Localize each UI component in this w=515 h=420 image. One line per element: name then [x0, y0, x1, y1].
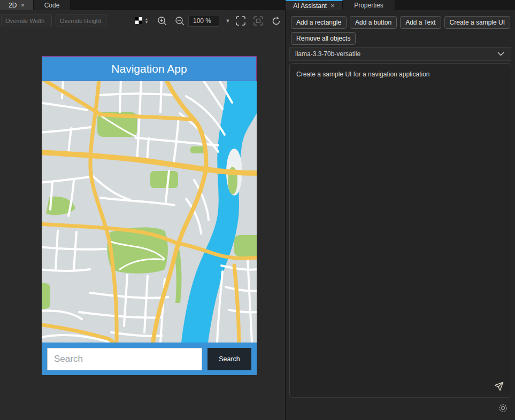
mockup-search-bar[interactable]: Search	[42, 343, 257, 375]
send-icon	[494, 381, 504, 392]
model-select[interactable]: llama-3.3-70b-versatile	[289, 47, 511, 61]
spinner-down-icon[interactable]: ▼	[145, 21, 149, 24]
left-tab-bar: 2D × Code	[0, 0, 285, 10]
add-text-button[interactable]: Add a Text	[400, 16, 441, 29]
add-button-button[interactable]: Add a button	[350, 16, 397, 29]
model-select-value: llama-3.3-70b-versatile	[295, 50, 360, 58]
settings-button[interactable]	[497, 402, 509, 414]
tab-2d-label: 2D	[9, 2, 17, 9]
prompt-textarea[interactable]: Create a sample UI for a navigation appl…	[289, 63, 511, 398]
tab-properties-label: Properties	[354, 2, 383, 9]
zoom-to-selection-icon	[252, 15, 264, 27]
override-height-input[interactable]	[56, 14, 106, 27]
send-button[interactable]	[493, 380, 505, 393]
mockup-title: Navigation App	[111, 63, 187, 75]
zoom-dropdown-arrow-icon[interactable]: ▼	[222, 15, 234, 27]
prompt-text: Create a sample UI for a navigation appl…	[296, 71, 504, 78]
tab-code-label: Code	[44, 2, 60, 9]
tab-ai-assistant-close-icon[interactable]: ×	[330, 2, 335, 9]
mockup-search-input[interactable]	[47, 348, 202, 370]
gear-icon	[498, 403, 508, 413]
create-sample-ui-button[interactable]: Create a sample UI	[444, 16, 510, 29]
tab-code[interactable]: Code	[34, 0, 71, 10]
canvas-toolbar: ▲ ▼ ▼	[0, 10, 285, 30]
zoom-in-icon[interactable]	[156, 15, 168, 27]
assistant-action-buttons: Add a rectangle Add a button Add a Text …	[291, 16, 511, 45]
map-image[interactable]	[42, 81, 257, 343]
tab-ai-assistant[interactable]: AI Assistant ×	[286, 0, 343, 10]
refresh-icon[interactable]	[270, 15, 282, 27]
ai-assistant-panel: Add a rectangle Add a button Add a Text …	[286, 10, 515, 420]
chevron-down-icon	[497, 52, 504, 56]
canvas-background-color-icon[interactable]	[135, 17, 142, 24]
right-tab-bar: AI Assistant × Properties	[286, 0, 515, 10]
background-spinner-arrows-icon[interactable]: ▲ ▼	[143, 15, 150, 27]
tab-ai-assistant-label: AI Assistant	[293, 2, 327, 10]
design-canvas[interactable]: Navigation App	[0, 30, 285, 420]
zoom-level-input[interactable]	[188, 15, 219, 27]
remove-all-objects-button[interactable]: Remove all objects	[291, 32, 356, 45]
mockup-header-rectangle[interactable]: Navigation App	[42, 56, 257, 81]
navigation-app-mockup[interactable]: Navigation App	[42, 56, 257, 375]
design-studio-window: 2D × Code AI Assistant × Properties ▲ ▼	[0, 0, 515, 420]
fit-selection-icon[interactable]	[235, 15, 247, 27]
add-rectangle-button[interactable]: Add a rectangle	[291, 16, 347, 29]
zoom-out-icon[interactable]	[174, 15, 186, 27]
override-width-input[interactable]	[1, 14, 52, 27]
tab-2d-close-icon[interactable]: ×	[20, 2, 25, 9]
mockup-search-button[interactable]: Search	[207, 348, 251, 370]
tab-properties[interactable]: Properties	[343, 0, 395, 10]
tab-2d[interactable]: 2D ×	[0, 0, 34, 10]
